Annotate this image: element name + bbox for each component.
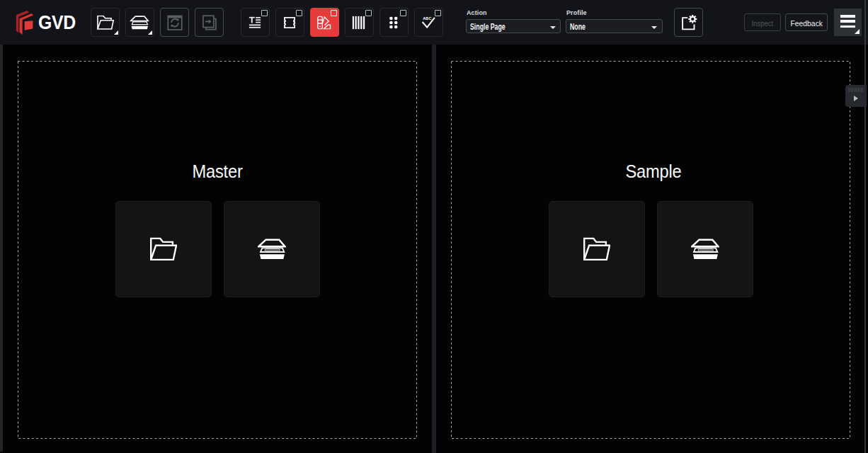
svg-text:ABC: ABC	[423, 16, 431, 21]
